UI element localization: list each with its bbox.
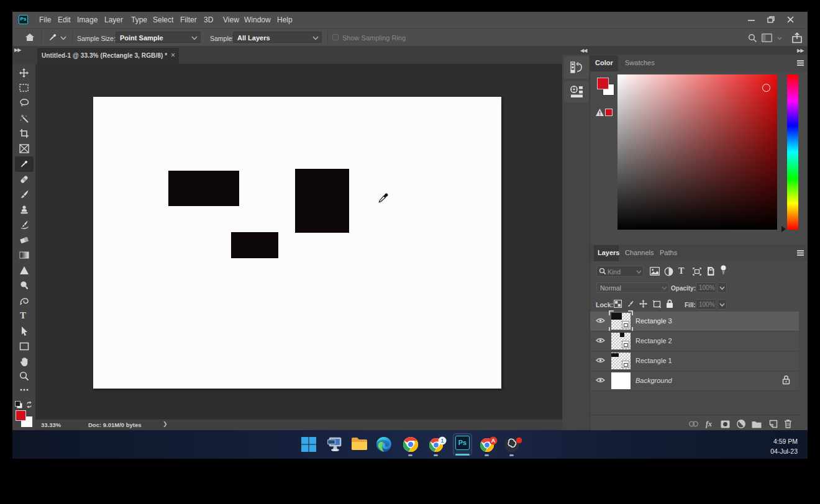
svg-text:A: A — [491, 438, 496, 444]
svg-text:1: 1 — [440, 438, 444, 444]
